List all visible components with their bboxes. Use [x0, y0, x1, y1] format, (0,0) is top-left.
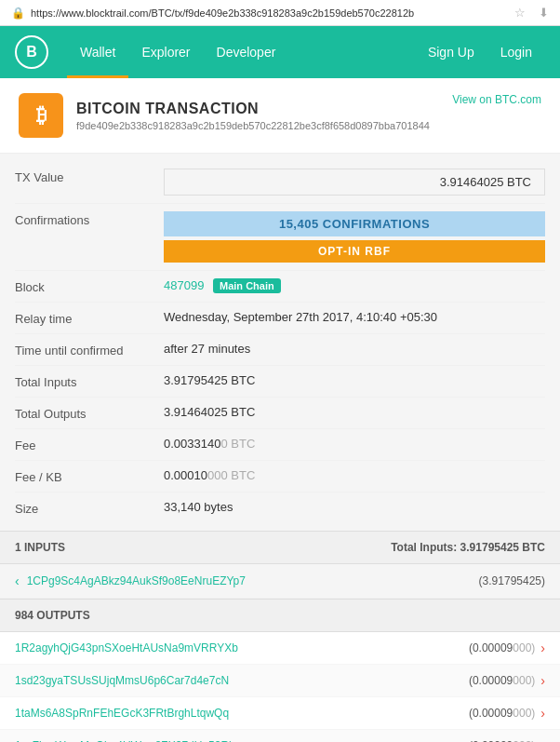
output-row: 1R2agyhQjG43pnSXoeHtAUsNa9mVRRYXb (0.000…: [0, 632, 560, 665]
output-row: 1vzZberWwnMaQbp4UWvw8ZX27dUa53Rbo (0.000…: [0, 730, 560, 742]
fee-main: 0.0033140: [164, 437, 220, 451]
total-inputs-value: 3.91795425 BTC: [164, 373, 545, 387]
nav-explorer[interactable]: Explorer: [128, 26, 203, 78]
total-inputs-row: Total Inputs 3.91795425 BTC: [15, 366, 545, 398]
fee-kb-value: 0.00010000 BTC: [164, 468, 545, 482]
view-on-btc-link[interactable]: View on BTC.com: [452, 93, 541, 106]
output-address[interactable]: 1R2agyhQjG43pnSXoeHtAUsNa9mVRRYXb: [15, 641, 469, 654]
bitcoin-icon: ₿: [19, 93, 63, 138]
lock-icon: 🔒: [11, 7, 25, 20]
nav-wallet[interactable]: Wallet: [67, 26, 128, 78]
tx-value-label: TX Value: [15, 169, 164, 184]
chevron-right-icon: ›: [540, 641, 545, 655]
nav-links: Wallet Explorer Developer: [67, 26, 415, 78]
output-amount: (0.00009000): [469, 674, 535, 687]
transaction-title-block: BITCOIN TRANSACTION f9de409e2b338c918283…: [76, 101, 452, 131]
transaction-title: BITCOIN TRANSACTION: [76, 101, 452, 117]
confirmations-value: 15,405 CONFIRMATIONS OPT-IN RBF: [164, 211, 545, 263]
login-button[interactable]: Login: [487, 26, 545, 78]
block-row: Block 487099 Main Chain: [15, 271, 545, 303]
fee-kb-main: 0.00010: [164, 468, 207, 482]
relay-time-label: Relay time: [15, 310, 164, 326]
outputs-list: 1R2agyhQjG43pnSXoeHtAUsNa9mVRRYXb (0.000…: [0, 632, 560, 742]
block-label: Block: [15, 278, 164, 294]
total-outputs-label: Total Outputs: [15, 405, 164, 421]
confirmations-row: Confirmations 15,405 CONFIRMATIONS OPT-I…: [15, 204, 545, 271]
logo[interactable]: B: [15, 35, 48, 69]
output-row: 1taMs6A8SpRnFEhEGcK3FRtBrghLtqwQq (0.000…: [0, 697, 560, 730]
output-amount: (0.00009000): [469, 707, 535, 720]
chevron-right-icon: ›: [540, 738, 545, 742]
chevron-left-icon: ‹: [15, 573, 20, 588]
confirmations-label: Confirmations: [15, 211, 164, 227]
address-bar: 🔒 https://www.blocktrail.com/BTC/tx/f9de…: [0, 0, 560, 26]
size-label: Size: [15, 500, 164, 516]
outputs-count-label: 984 OUTPUTS: [15, 609, 90, 622]
time-confirmed-value: after 27 minutes: [164, 342, 545, 356]
output-row: 1sd23gyaTSUsSUjqMmsU6p6Car7d4e7cN (0.000…: [0, 665, 560, 697]
input-address[interactable]: 1CPg9Sc4AgABkz94AukSf9o8EeNruEZYp7: [27, 574, 472, 587]
output-address[interactable]: 1sd23gyaTSUsSUjqMmsU6p6Car7d4e7cN: [15, 674, 469, 687]
fee-row: Fee 0.00331400 BTC: [15, 429, 545, 461]
download-icon: ⬇: [539, 6, 549, 20]
output-address[interactable]: 1taMs6A8SpRnFEhEGcK3FRtBrghLtqwQq: [15, 707, 469, 720]
confirmations-box: 15,405 CONFIRMATIONS: [164, 211, 545, 236]
inputs-count-label: 1 INPUTS: [15, 541, 65, 554]
tx-value-row: TX Value 3.91464025 BTC: [15, 161, 545, 204]
output-amount: (0.00009000): [469, 641, 535, 654]
transaction-header: ₿ BITCOIN TRANSACTION f9de409e2b338c9182…: [0, 78, 560, 154]
signup-button[interactable]: Sign Up: [415, 26, 487, 78]
transaction-hash: f9de409e2b338c918283a9c2b159deb570c22812…: [76, 120, 452, 131]
inputs-total-label: Total Inputs: 3.91795425 BTC: [391, 541, 545, 554]
url-text: https://www.blocktrail.com/BTC/tx/f9de40…: [31, 7, 414, 19]
block-number[interactable]: 487099: [164, 278, 204, 292]
fee-value: 0.00331400 BTC: [164, 437, 545, 451]
rbf-box: OPT-IN RBF: [164, 240, 545, 263]
relay-time-value: Wednesday, September 27th 2017, 4:10:40 …: [164, 310, 545, 324]
time-confirmed-label: Time until confirmed: [15, 342, 164, 358]
relay-time-row: Relay time Wednesday, September 27th 201…: [15, 303, 545, 334]
fee-label: Fee: [15, 437, 164, 452]
main-chain-badge: Main Chain: [213, 278, 281, 293]
fee-dim: 0 BTC: [220, 437, 255, 451]
fee-kb-row: Fee / KB 0.00010000 BTC: [15, 461, 545, 492]
input-row: ‹ 1CPg9Sc4AgABkz94AukSf9o8EeNruEZYp7 (3.…: [0, 564, 560, 599]
time-confirmed-row: Time until confirmed after 27 minutes: [15, 334, 545, 366]
inputs-section-header: 1 INPUTS Total Inputs: 3.91795425 BTC: [0, 531, 560, 564]
tx-value-value: 3.91464025 BTC: [164, 169, 545, 196]
input-amount: (3.91795425): [479, 574, 545, 587]
bookmark-icon: ☆: [514, 6, 526, 20]
fee-kb-dim: 000 BTC: [207, 468, 255, 482]
chevron-right-icon: ›: [540, 673, 545, 688]
transaction-details: TX Value 3.91464025 BTC Confirmations 15…: [0, 154, 560, 531]
nav-right: Sign Up Login: [415, 26, 545, 78]
chevron-right-icon: ›: [540, 706, 545, 721]
nav-developer[interactable]: Developer: [204, 26, 289, 78]
tx-value-box: 3.91464025 BTC: [164, 169, 545, 196]
size-row: Size 33,140 bytes: [15, 492, 545, 523]
block-value: 487099 Main Chain: [164, 278, 545, 293]
outputs-section-header: 984 OUTPUTS: [0, 599, 560, 632]
total-outputs-value: 3.91464025 BTC: [164, 405, 545, 419]
size-value: 33,140 bytes: [164, 500, 545, 514]
total-inputs-label: Total Inputs: [15, 373, 164, 389]
fee-kb-label: Fee / KB: [15, 468, 164, 484]
nav-bar: B Wallet Explorer Developer Sign Up Logi…: [0, 26, 560, 78]
total-outputs-row: Total Outputs 3.91464025 BTC: [15, 398, 545, 429]
